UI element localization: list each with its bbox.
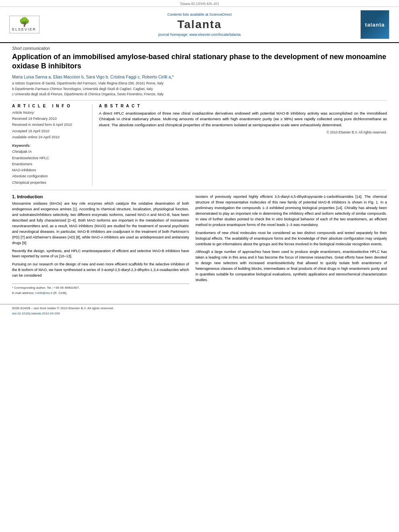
talanta-logo-text: talanta <box>365 22 385 28</box>
article-info-title: A R T I C L E I N F O <box>12 104 87 108</box>
footnote-email: E-mail address: rcirilli@iss.it (R. Ciri… <box>12 291 189 296</box>
abstract-section: A B S T R A C T A direct HPLC enantiosep… <box>99 104 387 186</box>
article-history-label: Article history: <box>12 111 87 115</box>
footnote-corresponding: * Corresponding author. Tel.: +39 06 499… <box>12 286 189 291</box>
elsevier-tree-icon: 🌳 <box>12 18 37 27</box>
issn-line: 0039-9140/$ – see front matter © 2010 El… <box>12 306 387 311</box>
journal-title: Talanta <box>40 18 359 31</box>
journal-header: 🌳 ELSEVIER Contents lists available at S… <box>0 7 399 43</box>
keyword-1: Chiralpak IA <box>12 149 87 155</box>
accepted-date: Accepted 16 April 2010 <box>12 128 87 134</box>
email-name: (R. Cirilli). <box>53 291 67 295</box>
doi-line[interactable]: doi:10.1016/j.talanta.2010.04.039 <box>12 311 387 316</box>
affiliations: a Istituto Superiore di Sanità, Dipartim… <box>12 81 387 97</box>
talanta-logo-image: talanta <box>360 10 389 39</box>
section1-para2: Recently the design, synthesis, and HPLC… <box>12 249 189 260</box>
elsevier-logo: 🌳 ELSEVIER <box>8 16 40 33</box>
journal-homepage: journal homepage: www.elsevier.com/locat… <box>40 33 359 37</box>
section1-para1: Monoamine oxidases (MAOs) are key role e… <box>12 201 189 246</box>
sciencedirect-label: Contents lists available at ScienceDirec… <box>167 12 232 16</box>
divider-1 <box>12 100 387 101</box>
divider-2 <box>12 190 387 190</box>
abstract-title: A B S T R A C T <box>99 104 387 108</box>
footnote-area: * Corresponding author. Tel.: +39 06 499… <box>12 283 189 296</box>
journal-center: Contents lists available at ScienceDirec… <box>40 12 359 37</box>
abstract-copyright: © 2010 Elsevier B.V. All rights reserved… <box>99 130 387 134</box>
article-dates: Received 19 February 2010 Received in re… <box>12 116 87 140</box>
received-date: Received 19 February 2010 <box>12 116 87 122</box>
body-columns: 1. Introduction Monoamine oxidases (MAOs… <box>12 194 387 296</box>
abstract-text: A direct HPLC enantioseparation of three… <box>99 111 387 128</box>
info-abstract: A R T I C L E I N F O Article history: R… <box>12 104 387 186</box>
keywords-label: Keywords: <box>12 144 87 148</box>
homepage-url[interactable]: www.elsevier.com/locate/talanta <box>189 33 241 37</box>
main-content: Short communication Application of an im… <box>0 43 399 300</box>
homepage-label: journal homepage: <box>158 33 189 37</box>
keywords-list: Chiralpak IA Enantioselective HPLC Enant… <box>12 149 87 186</box>
sciencedirect-link[interactable]: Contents lists available at ScienceDirec… <box>40 12 359 16</box>
email-label: E-mail address: <box>12 291 35 295</box>
section1-right-para1: isosters of previously reported highly e… <box>195 194 387 228</box>
keyword-4: MAO-inhibitors <box>12 167 87 173</box>
col-right: isosters of previously reported highly e… <box>195 194 387 296</box>
article-info: A R T I C L E I N F O Article history: R… <box>12 104 93 186</box>
elsevier-text: ELSEVIER <box>12 27 37 31</box>
talanta-logo-box: talanta <box>359 10 391 39</box>
section1-right-para3: Although a large number of approaches ha… <box>195 249 387 283</box>
journal-ref: Talanta 82 (2010) 426–431 <box>180 2 219 6</box>
affiliation-c: c Università degli studi di Firenze, Dip… <box>12 92 387 97</box>
page-wrapper: Talanta 82 (2010) 426–431 🌳 ELSEVIER Con… <box>0 0 399 532</box>
bottom-bar: 0039-9140/$ – see front matter © 2010 El… <box>0 304 399 318</box>
online-date: Available online 24 April 2010 <box>12 134 87 140</box>
keyword-5: Absolute configuration <box>12 173 87 179</box>
article-title: Application of an immobilised amylose-ba… <box>12 52 387 71</box>
article-type-label: Short communication <box>12 46 387 51</box>
section1-heading: 1. Introduction <box>12 194 189 199</box>
section1-para3: Pursuing on our research on the design o… <box>12 262 189 279</box>
affiliation-a: a Istituto Superiore di Sanità, Dipartim… <box>12 81 387 86</box>
keyword-2: Enantioselective HPLC <box>12 155 87 161</box>
col-left: 1. Introduction Monoamine oxidases (MAOs… <box>12 194 189 296</box>
affiliation-b: b Dipartimento Farmaco Chimico Tecnologi… <box>12 86 387 92</box>
section1-right-para2: Enantiomers of new chiral molecules must… <box>195 230 387 247</box>
revised-date: Received in revised form 8 April 2010 <box>12 122 87 128</box>
keyword-3: Enantiomers <box>12 161 87 167</box>
keyword-6: Chiroptical properties <box>12 180 87 186</box>
email-address[interactable]: rcirilli@iss.it <box>35 291 52 295</box>
top-bar: Talanta 82 (2010) 426–431 <box>0 0 399 7</box>
elsevier-logo-box: 🌳 ELSEVIER <box>9 16 39 33</box>
authors-line: Maria Luisa Sanna a, Elias Maccioni b, S… <box>12 74 387 79</box>
